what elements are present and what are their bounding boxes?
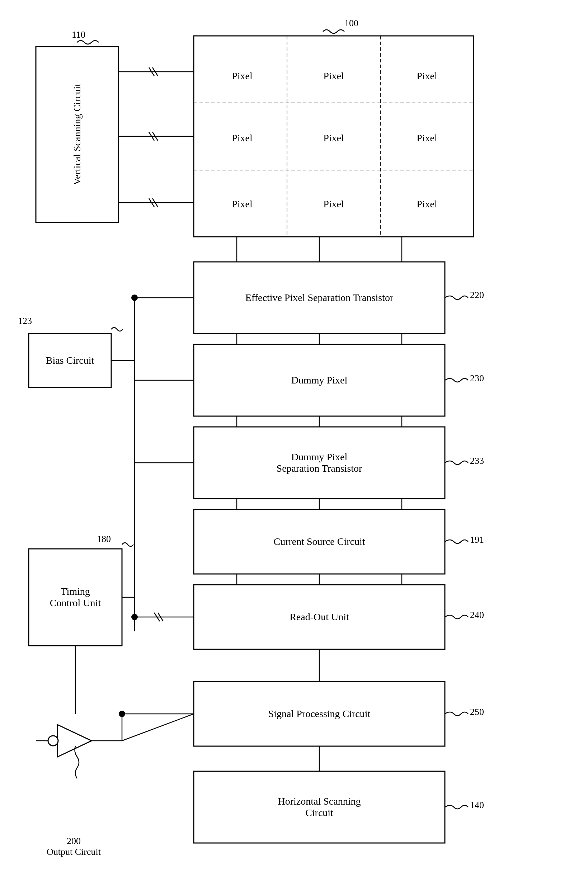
pixel-r3c3: Pixel [384,174,470,234]
svg-point-55 [48,736,58,746]
vertical-scanning-label: Vertical Scanning Circuit [36,46,118,222]
pixel-r1c3: Pixel [384,51,470,101]
pixel-r2c2: Pixel [291,108,377,169]
svg-line-10 [149,132,154,141]
svg-line-14 [153,198,158,207]
horizontal-scanning-label: Horizontal ScanningCircuit [194,771,445,843]
svg-line-11 [153,132,158,141]
svg-marker-54 [57,724,92,757]
timing-control-label: TimingControl Unit [29,549,122,646]
svg-line-49 [158,613,163,621]
pixel-r1c1: Pixel [199,51,285,101]
ref-191: 191 [470,534,484,545]
ref-100: 100 [344,18,358,29]
svg-point-59 [119,711,125,717]
dummy-pixel-label: Dummy Pixel [194,344,445,416]
ref-123: 123 [18,316,32,326]
pixel-r3c1: Pixel [199,174,285,234]
pixel-r2c1: Pixel [199,108,285,169]
ref-230: 230 [470,373,484,384]
ref-233: 233 [470,456,484,466]
ref-140: 140 [470,800,484,811]
svg-point-50 [131,614,138,620]
ref-110: 110 [72,29,86,40]
pixel-r2c3: Pixel [384,108,470,169]
bias-circuit-label: Bias Circuit [29,334,111,387]
svg-line-58 [122,714,194,741]
ref-180: 180 [97,534,111,544]
signal-processing-label: Signal Processing Circuit [194,682,445,746]
svg-point-44 [131,294,138,301]
ref-250: 250 [470,706,484,717]
pixel-r3c2: Pixel [291,174,377,234]
svg-line-48 [154,613,160,621]
svg-line-7 [149,68,154,76]
current-source-label: Current Source Circuit [194,509,445,574]
ref-200-label: 200Output Circuit [46,836,101,857]
pixel-r1c2: Pixel [291,51,377,101]
svg-line-8 [153,68,158,76]
dummy-pixel-sep-label: Dummy PixelSeparation Transistor [194,427,445,499]
effective-pixel-sep-label: Effective Pixel Separation Transistor [194,262,445,334]
readout-label: Read-Out Unit [194,585,445,649]
svg-line-13 [149,198,154,207]
ref-220: 220 [470,290,484,301]
ref-240: 240 [470,610,484,621]
